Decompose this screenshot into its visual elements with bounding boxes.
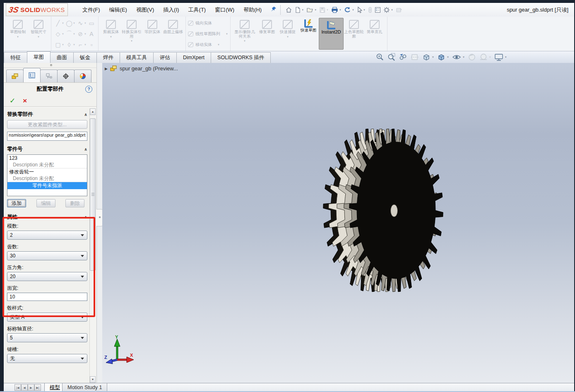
polygon-tool-icon[interactable]: ◇ — [54, 31, 62, 37]
tab-weldments[interactable]: 焊件 — [96, 52, 120, 63]
circle-tool-icon[interactable]: ◯ — [65, 20, 73, 26]
offset-on-surface-button[interactable]: 曲面上偏移 — [163, 18, 183, 34]
sketch-button[interactable]: 草图绘制▼ — [7, 18, 28, 38]
convert-entities-button[interactable]: 转换实体引用▼ — [121, 18, 142, 42]
pin-menu-icon[interactable] — [270, 6, 277, 14]
print-icon[interactable]: ▼ — [330, 6, 343, 14]
collapse-chevron-icon[interactable]: ∧ — [84, 215, 87, 219]
tab-displaymanager[interactable] — [74, 70, 91, 82]
tab-solidworks-addins[interactable]: SOLIDWORKS 插件 — [211, 52, 271, 63]
ok-button[interactable]: ✓ — [10, 96, 15, 105]
repair-sketch-button[interactable]: 修复草图 — [257, 18, 277, 34]
spline-tool-icon[interactable]: ∿ — [77, 20, 84, 26]
options-gear-icon[interactable]: ▼ — [382, 6, 395, 14]
new-document-icon[interactable]: ▼ — [294, 6, 305, 14]
linear-sketch-pattern-button[interactable]: 线性草图阵列▼ — [188, 29, 228, 38]
breadcrumb[interactable]: ▶ spur gear_gb (Preview... — [105, 65, 178, 72]
menu-item-insert[interactable]: 插入(I) — [159, 5, 183, 15]
graphics-viewport[interactable]: ▶ spur gear_gb (Preview... Y X Z — [102, 63, 574, 383]
tab-dimxpertmanager[interactable] — [57, 70, 75, 82]
tab-surfaces[interactable]: 曲面 — [50, 52, 74, 63]
teeth-count-dropdown[interactable]: 30 — [7, 251, 87, 260]
panel-resize-grip[interactable] — [4, 63, 96, 68]
zoom-to-area-icon[interactable] — [386, 52, 397, 62]
flyout-arrow-icon[interactable]: ▶ — [105, 67, 108, 71]
face-width-input[interactable]: 10 — [7, 293, 87, 301]
part-icon — [110, 65, 117, 72]
part-number-list[interactable]: 123 Description 未分配 修改齿轮一 Description 未分… — [7, 154, 87, 196]
nominal-shaft-diameter-dropdown[interactable]: 5 — [7, 333, 87, 342]
tab-sheet-metal[interactable]: 钣金 — [73, 52, 97, 63]
tab-features[interactable]: 特征 — [4, 52, 27, 63]
scrollbar-thumb[interactable] — [90, 118, 96, 271]
last-tab-icon[interactable]: ▶| — [34, 384, 41, 391]
point-tool-icon[interactable]: ▫ — [88, 41, 95, 48]
shaded-sketch-contours-button[interactable]: 上色草图轮廓 — [344, 18, 364, 38]
display-delete-relations-button[interactable]: 显示/删除几何关系▼ — [233, 18, 257, 42]
hexagon-tool-icon[interactable]: ◊ — [65, 41, 73, 48]
menu-item-tools[interactable]: 工具(T) — [184, 5, 211, 15]
scroll-down-icon[interactable]: ▼ — [90, 376, 96, 383]
collapse-chevron-icon[interactable]: ∧ — [84, 147, 87, 152]
menu-item-view[interactable]: 视图(V) — [132, 5, 159, 15]
keyway-dropdown[interactable]: 无 — [7, 354, 87, 363]
mirror-entities-button[interactable]: 镜向实体 — [188, 19, 228, 28]
hub-style-dropdown[interactable]: 类型 A — [7, 313, 87, 322]
undo-icon[interactable]: ▼ — [343, 6, 356, 14]
cancel-button[interactable]: × — [23, 97, 27, 105]
open-icon[interactable]: ▼ — [305, 6, 318, 14]
tab-sketch[interactable]: 草图 — [27, 51, 51, 63]
menu-item-window[interactable]: 窗口(W) — [210, 5, 239, 15]
task-pane-icon[interactable] — [373, 6, 382, 14]
module-dropdown[interactable]: 2 — [7, 231, 87, 240]
line-tool-icon[interactable]: ╱ — [54, 20, 62, 26]
next-tab-icon[interactable]: ▶ — [28, 384, 34, 391]
list-item[interactable]: 修改齿轮一 — [7, 168, 87, 175]
view-orientation-icon[interactable]: ▼ — [421, 52, 435, 62]
previous-view-icon[interactable] — [398, 52, 409, 62]
help-icon[interactable]: ? — [85, 86, 92, 93]
component-path-input[interactable]: nsmission\gears\spur gear_gb.sldprt — [7, 132, 87, 141]
menu-item-help[interactable]: 帮助(H) — [239, 5, 266, 15]
list-item[interactable]: 123 — [7, 155, 87, 161]
hide-show-items-icon[interactable]: ▼ — [451, 52, 466, 62]
tab-mold-tools[interactable]: 模具工具 — [120, 52, 154, 63]
text-tool-icon[interactable]: A — [88, 31, 95, 37]
view-settings-icon[interactable]: ▼ — [493, 52, 508, 62]
simple-hole-button[interactable]: 简单直孔 — [364, 18, 385, 34]
tab-motion-study-1[interactable]: Motion Study 1 — [62, 383, 107, 392]
tab-dimxpert[interactable]: DimXpert — [176, 52, 211, 63]
offset-on-surface-icon — [168, 20, 178, 29]
quick-snaps-button[interactable]: 快速捕捉▼ — [277, 18, 298, 38]
add-button[interactable]: 添加 — [7, 199, 26, 207]
pressure-angle-dropdown[interactable]: 20 — [7, 272, 87, 281]
tab-propertymanager[interactable] — [23, 68, 41, 82]
gear-model[interactable] — [102, 63, 574, 383]
arc-tool-icon[interactable]: ⌒ — [65, 30, 73, 38]
scroll-up-icon[interactable]: ▲ — [90, 108, 96, 115]
zoom-to-fit-icon[interactable] — [375, 52, 385, 62]
select-cursor-icon[interactable]: ▼ — [356, 6, 367, 14]
home-icon[interactable] — [284, 6, 294, 14]
menu-item-edit[interactable]: 编辑(E) — [105, 5, 132, 15]
menu-item-file[interactable]: 文件(F) — [78, 5, 105, 15]
offset-entities-button[interactable]: 等距实体 — [142, 18, 163, 34]
panel-scrollbar[interactable]: ▲ ▼ — [89, 108, 96, 383]
move-entities-button[interactable]: 移动实体▼ — [188, 40, 228, 49]
display-style-icon[interactable]: ▼ — [436, 52, 450, 62]
list-item-selected[interactable]: 零件号未指派 — [7, 182, 87, 189]
smart-dimension-button[interactable]: 智能尺寸▼ — [28, 18, 49, 38]
ellipse-tool-icon[interactable]: ⊘ — [77, 31, 84, 37]
slot-tool-icon[interactable]: ▢ — [54, 41, 62, 48]
collapse-chevron-icon[interactable]: ∧ — [84, 112, 87, 117]
trim-entities-button[interactable]: 剪裁实体▼ — [101, 18, 121, 38]
instant2d-button[interactable]: Instant2D — [319, 18, 344, 50]
tab-configurationmanager[interactable] — [40, 70, 58, 82]
first-tab-icon[interactable]: |◀ — [14, 384, 21, 391]
tab-featuremanager-tree[interactable] — [6, 70, 24, 82]
fillet-tool-icon[interactable]: ⌐ — [77, 41, 84, 48]
rapid-sketch-button[interactable]: 快速草图 — [298, 18, 319, 33]
tab-evaluate[interactable]: 评估 — [153, 52, 177, 63]
rectangle-tool-icon[interactable]: ▭ — [88, 20, 95, 26]
previous-tab-icon[interactable]: ◀ — [21, 384, 28, 391]
